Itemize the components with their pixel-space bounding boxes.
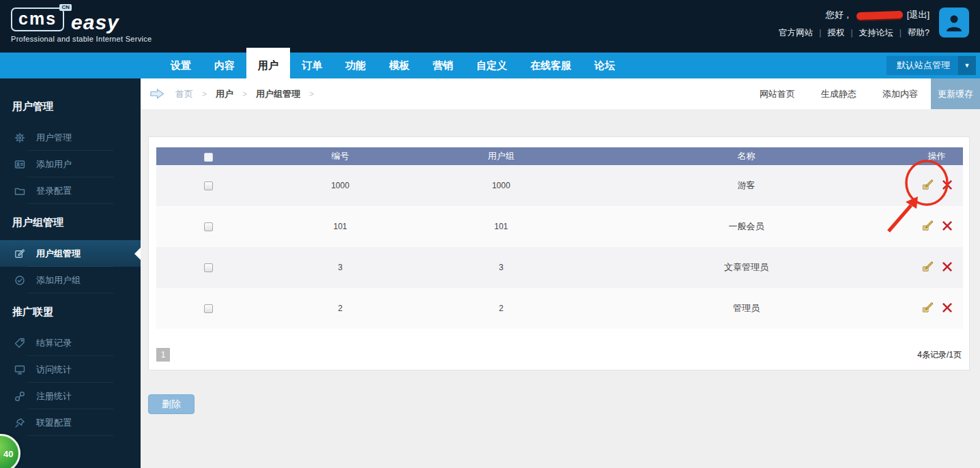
monitor-icon xyxy=(14,364,26,376)
nav-tab[interactable]: 在线客服 xyxy=(519,53,583,78)
sidebar-item-divider xyxy=(27,203,113,204)
nav-tab[interactable]: 功能 xyxy=(334,53,377,78)
page-number-button[interactable]: 1 xyxy=(156,348,170,362)
row-checkbox[interactable] xyxy=(204,263,213,272)
logout-link[interactable]: [退出] xyxy=(907,9,929,21)
sidebar-item-label: 结算记录 xyxy=(36,337,72,349)
header-link-separator: | xyxy=(899,28,902,38)
table-card: 编号用户组名称操作 10001000游客101101一般会员33文章管理员22管… xyxy=(148,136,970,370)
sidebar-item[interactable]: 用户管理 xyxy=(0,124,141,151)
logo-easy-text: easy xyxy=(71,13,119,31)
greeting-text: 您好， xyxy=(826,9,852,21)
sidebar-item-label: 添加用户组 xyxy=(36,274,81,287)
quick-link[interactable]: 添加内容 xyxy=(869,88,931,100)
column-header: 名称 xyxy=(582,147,910,165)
nav-tab[interactable]: 模板 xyxy=(377,53,421,78)
sidebar-item[interactable]: 登录配置 xyxy=(0,177,141,204)
breadcrumb-separator: > xyxy=(309,89,314,99)
row-checkbox[interactable] xyxy=(204,304,213,313)
sidebar: 用户管理用户管理添加用户登录配置用户组管理用户组管理添加用户组推广联盟结算记录访… xyxy=(0,78,141,468)
row-name-cell: 游客 xyxy=(582,165,910,206)
delete-icon[interactable] xyxy=(942,180,952,190)
id-card-icon xyxy=(14,158,26,171)
update-cache-button[interactable]: 更新缓存 xyxy=(931,78,980,109)
row-checkbox[interactable] xyxy=(204,222,213,231)
row-id-cell: 3 xyxy=(260,247,420,288)
chevron-down-icon: ▼ xyxy=(958,56,976,75)
pagination: 1 4条记录/1页 xyxy=(156,348,962,362)
sidebar-section-title: 推广联盟 xyxy=(0,293,141,330)
table-row: 101101一般会员 xyxy=(156,206,963,247)
delete-icon[interactable] xyxy=(942,262,952,272)
column-header: 编号 xyxy=(260,147,420,165)
quick-link[interactable]: 生成静态 xyxy=(808,88,869,100)
edit-icon[interactable] xyxy=(922,179,934,190)
delete-button[interactable]: 删除 xyxy=(148,394,194,414)
row-id-cell: 2 xyxy=(260,288,420,329)
logo-cn-badge: CN xyxy=(59,4,72,11)
edit-icon[interactable] xyxy=(922,261,934,272)
logo-cms-text: cms xyxy=(18,9,57,28)
row-actions-cell xyxy=(910,206,963,247)
sidebar-section-title: 用户管理 xyxy=(0,88,141,124)
column-header: 操作 xyxy=(910,147,963,165)
nav-tab[interactable]: 营销 xyxy=(421,53,465,78)
sidebar-item[interactable]: 访问统计 xyxy=(0,356,141,383)
sidebar-item[interactable]: 用户组管理 xyxy=(0,240,141,267)
row-checkbox-cell xyxy=(156,165,260,206)
site-selector[interactable]: 默认站点管理 ▼ xyxy=(887,56,976,75)
header-link[interactable]: 官方网站 xyxy=(779,28,813,38)
row-actions xyxy=(922,261,952,272)
header-user-area: 您好， [退出] 官方网站|授权|支持论坛|帮助? xyxy=(779,9,929,39)
edit-icon[interactable] xyxy=(922,220,934,231)
sidebar-item[interactable]: 联盟配置 xyxy=(0,409,141,436)
table-row: 33文章管理员 xyxy=(156,247,963,288)
edit-icon[interactable] xyxy=(922,302,934,313)
row-checkbox-cell xyxy=(156,288,260,329)
delete-icon[interactable] xyxy=(942,303,952,312)
header-link[interactable]: 授权 xyxy=(828,28,845,38)
delete-icon[interactable] xyxy=(942,221,952,231)
table-row: 22管理员 xyxy=(156,288,963,329)
edit-pad-icon xyxy=(14,248,26,260)
sidebar-item[interactable]: 结算记录 xyxy=(0,330,141,356)
row-group-cell: 1000 xyxy=(420,165,583,206)
select-all-checkbox[interactable] xyxy=(204,153,213,162)
sidebar-item-label: 用户组管理 xyxy=(36,248,81,260)
sidebar-item[interactable]: 添加用户组 xyxy=(0,267,141,293)
header-link-separator: | xyxy=(819,28,821,38)
nav-tab[interactable]: 论坛 xyxy=(583,53,626,78)
row-name-cell: 管理员 xyxy=(582,288,910,329)
row-group-cell: 2 xyxy=(420,288,583,329)
breadcrumb-item[interactable]: 用户 xyxy=(216,89,233,99)
avatar[interactable] xyxy=(939,8,969,38)
header-link[interactable]: 支持论坛 xyxy=(859,28,893,38)
main-nav: 设置内容用户订单功能模板营销自定义在线客服论坛 默认站点管理 ▼ xyxy=(0,53,980,78)
sidebar-item-divider xyxy=(27,293,113,293)
row-checkbox-cell xyxy=(156,247,260,288)
row-actions-cell xyxy=(910,288,963,329)
quick-link[interactable]: 网站首页 xyxy=(747,88,808,100)
header-link[interactable]: 帮助? xyxy=(908,28,929,38)
nav-tab[interactable]: 订单 xyxy=(290,53,334,78)
sidebar-item-label: 联盟配置 xyxy=(36,417,72,429)
sidebar-item[interactable]: 添加用户 xyxy=(0,151,141,177)
row-id-cell: 101 xyxy=(260,206,420,247)
sidebar-item-label: 添加用户 xyxy=(36,158,72,171)
nav-tab[interactable]: 用户 xyxy=(246,48,290,78)
row-actions xyxy=(922,220,952,231)
row-checkbox[interactable] xyxy=(204,181,213,190)
column-header: 用户组 xyxy=(420,147,583,165)
nav-tab[interactable]: 内容 xyxy=(203,53,246,78)
breadcrumb-item[interactable]: 首页 xyxy=(175,89,193,99)
nav-tab[interactable]: 自定义 xyxy=(465,53,519,78)
breadcrumb-item[interactable]: 用户组管理 xyxy=(256,89,300,99)
home-arrow-icon xyxy=(150,89,164,99)
breadcrumb-separator: > xyxy=(202,89,207,99)
row-id-cell: 1000 xyxy=(260,165,420,206)
records-summary: 4条记录/1页 xyxy=(917,349,962,361)
pin-icon xyxy=(14,417,26,429)
sidebar-item[interactable]: 注册统计 xyxy=(0,383,141,409)
logo: cms CN easy Professional and stable Inte… xyxy=(11,8,152,43)
nav-tab[interactable]: 设置 xyxy=(159,53,203,78)
